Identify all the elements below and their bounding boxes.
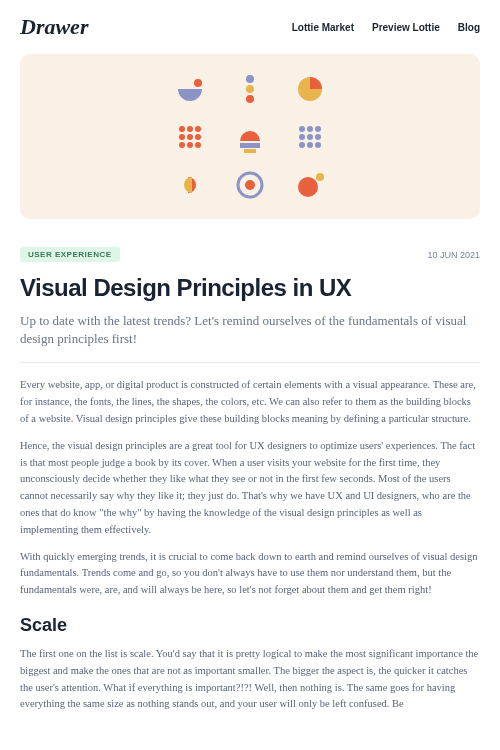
shape-dots-vertical (234, 73, 266, 105)
shape-circle-dot (294, 169, 326, 201)
svg-point-22 (299, 142, 305, 148)
shapes-grid (174, 73, 326, 201)
svg-point-26 (245, 180, 255, 190)
svg-point-21 (315, 134, 321, 140)
nav-lottie-market[interactable]: Lottie Market (292, 22, 354, 33)
svg-point-16 (299, 126, 305, 132)
paragraph: The first one on the list is scale. You'… (20, 646, 480, 713)
nav-preview-lottie[interactable]: Preview Lottie (372, 22, 440, 33)
shape-half-circles (174, 169, 206, 201)
header: Drawer Lottie Market Preview Lottie Blog (20, 0, 480, 54)
paragraph: With quickly emerging trends, it is cruc… (20, 549, 480, 599)
paragraph: Every website, app, or digital product i… (20, 377, 480, 427)
svg-point-6 (187, 126, 193, 132)
shape-half-circle (174, 73, 206, 105)
svg-point-0 (194, 79, 202, 87)
svg-point-24 (315, 142, 321, 148)
svg-point-11 (179, 142, 185, 148)
nav: Lottie Market Preview Lottie Blog (292, 22, 480, 33)
shape-grid-dots (174, 121, 206, 153)
svg-rect-15 (244, 149, 256, 153)
article-subtitle: Up to date with the latest trends? Let's… (20, 312, 480, 348)
svg-point-9 (187, 134, 193, 140)
svg-point-19 (299, 134, 305, 140)
svg-rect-14 (240, 143, 260, 148)
svg-point-10 (195, 134, 201, 140)
svg-point-1 (246, 75, 254, 83)
shape-grid-dots-purple (294, 121, 326, 153)
publish-date: 10 JUN 2021 (427, 250, 480, 260)
svg-point-2 (246, 85, 254, 93)
shape-sunrise (234, 121, 266, 153)
section-heading: Scale (20, 615, 480, 636)
svg-point-7 (195, 126, 201, 132)
svg-point-12 (187, 142, 193, 148)
svg-point-17 (307, 126, 313, 132)
svg-point-27 (298, 177, 318, 197)
svg-point-3 (246, 95, 254, 103)
paragraph: Hence, the visual design principles are … (20, 438, 480, 539)
nav-blog[interactable]: Blog (458, 22, 480, 33)
logo[interactable]: Drawer (20, 14, 88, 40)
divider (20, 362, 480, 363)
article-title: Visual Design Principles in UX (20, 274, 480, 302)
svg-point-28 (316, 173, 324, 181)
svg-point-13 (195, 142, 201, 148)
svg-point-23 (307, 142, 313, 148)
article-meta: USER EXPERIENCE 10 JUN 2021 (20, 247, 480, 262)
svg-point-20 (307, 134, 313, 140)
svg-point-18 (315, 126, 321, 132)
shape-pie (294, 73, 326, 105)
category-tag[interactable]: USER EXPERIENCE (20, 247, 120, 262)
shape-target (234, 169, 266, 201)
svg-point-8 (179, 134, 185, 140)
hero-illustration (20, 54, 480, 219)
svg-point-5 (179, 126, 185, 132)
